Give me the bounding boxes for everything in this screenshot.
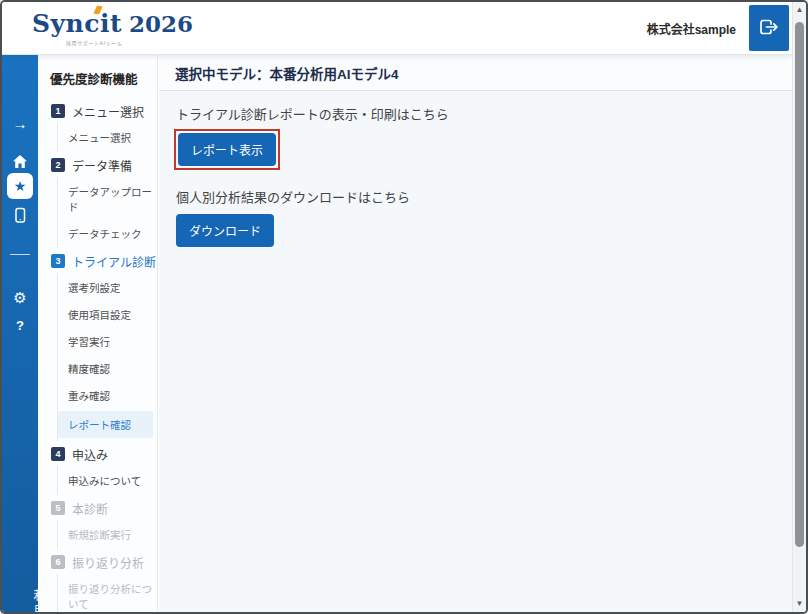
company-name: 株式会社sample	[647, 20, 736, 37]
section-number-badge: 3	[51, 254, 65, 268]
rail-bottom-label[interactable]: 利用	[11, 584, 47, 614]
section-number-badge: 6	[51, 555, 65, 569]
collapse-arrow-icon[interactable]: →	[2, 115, 38, 132]
app-header: Syncit2026 採用サポートAIツール 株式会社sample	[2, 2, 792, 55]
sidebar-item[interactable]: 使用項目設定	[58, 301, 157, 328]
sidebar-sections: 1メニュー選択メニュー選択2データ準備データアップロードデータチェック3トライア…	[46, 99, 157, 612]
sidebar-section-6[interactable]: 6振り返り分析	[46, 550, 157, 574]
section-label: データ準備	[72, 157, 132, 174]
section-label: トライアル診断	[72, 253, 156, 270]
sidebar-section-4[interactable]: 4申込み	[46, 442, 157, 466]
sidebar-item[interactable]: メニュー選択	[58, 124, 157, 151]
main-content: 選択中モデル：本番分析用AIモデル4 トライアル診断レポートの表示・印刷はこちら…	[159, 55, 792, 612]
sidebar-item[interactable]: 新規診断実行	[58, 521, 157, 548]
report-panel: トライアル診断レポートの表示・印刷はこちら レポート表示 個人別分析結果のダウン…	[159, 91, 792, 247]
app-window: Syncit2026 採用サポートAIツール 株式会社sample → ★	[0, 0, 808, 614]
app-logo: Syncit2026 採用サポートAIツール	[32, 9, 193, 46]
section-items: 申込みについて	[57, 466, 157, 495]
sidebar-item[interactable]: 学習実行	[58, 328, 157, 355]
sidebar-section-2[interactable]: 2データ準備	[46, 153, 157, 177]
sidebar-item[interactable]: 選考列設定	[58, 274, 157, 301]
sidebar-item[interactable]: 重み確認	[58, 382, 157, 409]
sidebar-item[interactable]: 申込みについて	[58, 467, 157, 494]
rail-divider	[10, 254, 30, 255]
sidebar-title: 優先度診断機能	[46, 67, 157, 98]
logo-year: 2026	[129, 10, 193, 37]
sidebar-item[interactable]: データアップロード	[58, 178, 157, 220]
sidebar-item[interactable]: 振り返り分析について	[58, 575, 157, 612]
logo-text: Syncit	[32, 9, 122, 38]
sidebar-item[interactable]: データチェック	[58, 220, 157, 247]
section-number-badge: 1	[51, 104, 65, 118]
download-button[interactable]: ダウンロード	[176, 214, 274, 247]
section-number-badge: 4	[51, 447, 65, 461]
section-items: メニュー選択	[57, 123, 157, 152]
logout-icon	[758, 18, 780, 39]
sidebar-section-3[interactable]: 3トライアル診断	[46, 249, 157, 273]
left-icon-rail: → ★ ⚙ ? 利用	[2, 55, 38, 612]
annotation-highlight-box: レポート表示	[174, 129, 280, 170]
scroll-up-icon[interactable]: ▲	[793, 5, 806, 14]
logo-tagline: 採用サポートAIツール	[66, 39, 193, 46]
section-items: 選考列設定使用項目設定学習実行精度確認重み確認レポート確認	[57, 273, 157, 441]
scrollbar-thumb[interactable]	[795, 22, 804, 547]
sidebar-section-1[interactable]: 1メニュー選択	[46, 99, 157, 123]
section-items: 振り返り分析についてデータアップロード選考列設定振り返り分析実行精度確認レポート…	[57, 574, 157, 612]
section-label: 振り返り分析	[72, 554, 144, 571]
sidebar-section-5[interactable]: 5本診断	[46, 496, 157, 520]
download-instruction: 個人別分析結果のダウンロードはこちら	[176, 187, 792, 206]
vertical-scrollbar[interactable]: ▲ ▼	[792, 2, 806, 612]
logout-button[interactable]	[749, 5, 789, 51]
sidebar-menu: 優先度診断機能 1メニュー選択メニュー選択2データ準備データアップロードデータチ…	[38, 55, 158, 612]
help-icon[interactable]: ?	[2, 318, 38, 333]
show-report-button[interactable]: レポート表示	[178, 133, 276, 166]
scroll-down-icon[interactable]: ▼	[793, 599, 806, 608]
section-number-badge: 2	[51, 158, 65, 172]
report-instruction: トライアル診断レポートの表示・印刷はこちら	[176, 104, 792, 123]
model-header-bar: 選択中モデル：本番分析用AIモデル4	[159, 55, 792, 91]
star-icon[interactable]: ★	[7, 173, 33, 199]
section-items: 新規診断実行	[57, 520, 157, 549]
section-label: 本診断	[72, 500, 108, 517]
selected-model-label: 選択中モデル：本番分析用AIモデル4	[175, 63, 399, 83]
sidebar-item[interactable]: 精度確認	[58, 355, 157, 382]
sidebar-item-selected[interactable]: レポート確認	[58, 411, 153, 438]
section-label: メニュー選択	[72, 103, 144, 120]
section-label: 申込み	[72, 446, 108, 463]
home-icon[interactable]	[2, 154, 38, 173]
mobile-icon[interactable]	[2, 207, 38, 228]
section-number-badge: 5	[51, 501, 65, 515]
logo-text-row: Syncit2026	[32, 9, 193, 38]
gear-icon[interactable]: ⚙	[2, 289, 38, 307]
section-items: データアップロードデータチェック	[57, 177, 157, 248]
